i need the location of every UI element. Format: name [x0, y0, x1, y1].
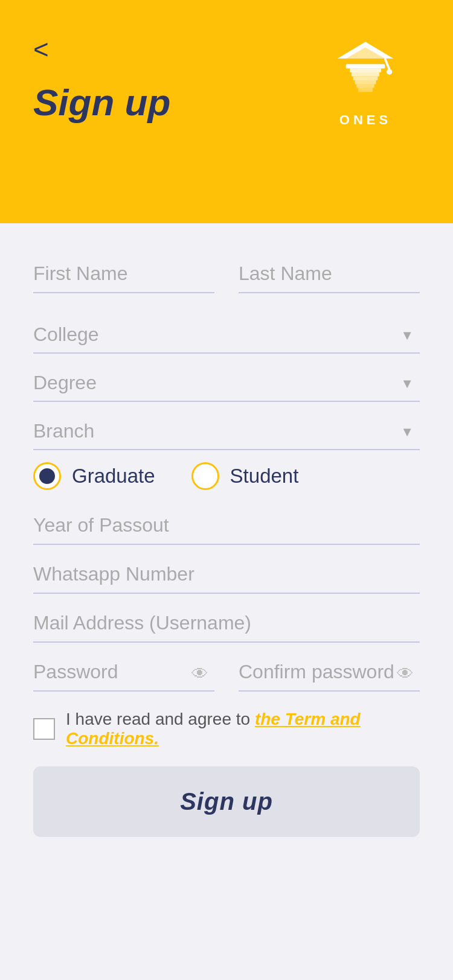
password-row: 👁 👁 — [33, 655, 420, 692]
confirm-password-input[interactable] — [239, 655, 420, 692]
college-select[interactable]: College College A College B College C — [33, 317, 420, 354]
branch-wrap: Branch CSE ECE ME Civil EEE ▼ — [33, 414, 420, 450]
name-row — [33, 256, 420, 305]
student-radio[interactable]: Student — [191, 462, 299, 490]
password-input[interactable] — [33, 655, 214, 692]
password-eye-icon[interactable]: 👁 — [191, 663, 208, 683]
graduate-radio-inner — [39, 468, 55, 484]
mail-input[interactable] — [33, 606, 420, 643]
degree-wrap: Degree B.Tech M.Tech MBA BCA MCA ▼ — [33, 366, 420, 402]
student-radio-inner — [198, 468, 213, 484]
graduate-label: Graduate — [72, 465, 155, 488]
back-button[interactable]: < — [33, 36, 49, 63]
terms-row: I have read and agree to the Term and Co… — [33, 710, 420, 748]
svg-rect-2 — [352, 72, 379, 76]
degree-select[interactable]: Degree B.Tech M.Tech MBA BCA MCA — [33, 366, 420, 402]
signup-button[interactable]: Sign up — [33, 766, 420, 837]
student-label: Student — [230, 465, 299, 488]
college-wrap: College College A College B College C ▼ — [33, 317, 420, 354]
graduate-radio[interactable]: Graduate — [33, 462, 155, 490]
mail-wrap — [33, 606, 420, 643]
header: < ONES Sign up — [0, 0, 453, 223]
radio-row: Graduate Student — [33, 462, 420, 490]
year-passout-wrap — [33, 508, 420, 545]
student-radio-outer — [191, 462, 219, 490]
terms-checkbox[interactable] — [33, 718, 55, 740]
first-name-input[interactable] — [33, 256, 214, 293]
year-passout-input[interactable] — [33, 508, 420, 545]
confirm-password-wrap: 👁 — [239, 655, 420, 692]
terms-text: I have read and agree to the Term and Co… — [66, 710, 420, 748]
confirm-password-eye-icon[interactable]: 👁 — [397, 663, 414, 683]
whatsapp-input[interactable] — [33, 557, 420, 594]
svg-line-9 — [385, 59, 389, 69]
last-name-input[interactable] — [239, 256, 420, 293]
svg-rect-0 — [346, 64, 385, 68]
graduate-radio-outer — [33, 462, 61, 490]
svg-rect-1 — [350, 69, 381, 72]
svg-point-10 — [387, 69, 392, 74]
branch-select[interactable]: Branch CSE ECE ME Civil EEE — [33, 414, 420, 450]
page-title: Sign up — [33, 81, 420, 124]
form-area: College College A College B College C ▼ … — [0, 223, 453, 861]
last-name-wrap — [239, 256, 420, 293]
first-name-wrap — [33, 256, 214, 293]
whatsapp-wrap — [33, 557, 420, 594]
password-wrap: 👁 — [33, 655, 214, 692]
svg-rect-3 — [353, 76, 378, 80]
